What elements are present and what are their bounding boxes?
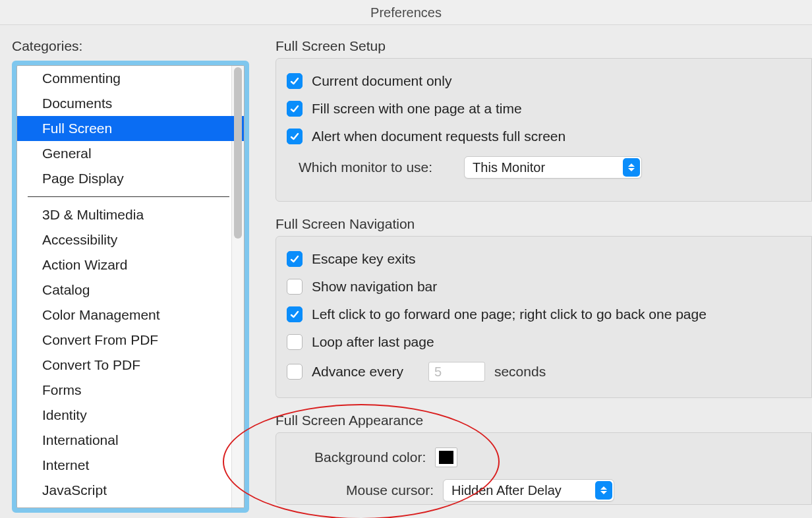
seconds-label: seconds bbox=[494, 364, 546, 380]
section-title-setup: Full Screen Setup bbox=[276, 38, 812, 54]
category-item[interactable]: Catalog bbox=[17, 277, 244, 302]
category-listbox-wrap: Commenting Documents Full Screen General… bbox=[12, 61, 249, 513]
category-item[interactable]: General bbox=[17, 141, 244, 166]
mouse-cursor-select[interactable]: Hidden After Delay bbox=[443, 479, 614, 502]
monitor-select[interactable]: This Monitor bbox=[464, 156, 642, 179]
checkbox-label: Left click to go forward one page; right… bbox=[312, 306, 707, 322]
checkbox-escape-exits[interactable] bbox=[287, 251, 303, 267]
scrollbar-thumb[interactable] bbox=[234, 67, 242, 239]
category-item-selected[interactable]: Full Screen bbox=[17, 116, 244, 141]
up-down-arrows-icon bbox=[623, 158, 640, 177]
category-item[interactable]: Commenting bbox=[17, 66, 244, 91]
category-item[interactable]: Identity bbox=[17, 403, 244, 428]
checkbox-fill-screen[interactable] bbox=[287, 101, 303, 117]
select-value: Hidden After Delay bbox=[451, 483, 562, 498]
monitor-label: Which monitor to use: bbox=[299, 159, 432, 175]
category-item[interactable]: International bbox=[17, 428, 244, 453]
category-item[interactable]: Internet bbox=[17, 453, 244, 478]
checkbox-label: Fill screen with one page at a time bbox=[312, 101, 522, 117]
category-item[interactable]: Accessibility bbox=[17, 227, 244, 252]
category-item[interactable]: Convert From PDF bbox=[17, 328, 244, 353]
checkbox-label: Loop after last page bbox=[312, 334, 434, 350]
category-item[interactable]: Page Display bbox=[17, 166, 244, 191]
checkbox-label: Escape key exits bbox=[312, 251, 416, 267]
checkbox-label: Current document only bbox=[312, 73, 451, 89]
navigation-panel: Escape key exits Show navigation bar Lef… bbox=[276, 236, 812, 398]
swatch-color bbox=[439, 451, 453, 464]
checkbox-current-document-only[interactable] bbox=[287, 73, 303, 89]
checkbox-advance-every[interactable] bbox=[287, 364, 303, 380]
category-item[interactable]: 3D & Multimedia bbox=[17, 202, 244, 227]
background-color-swatch[interactable] bbox=[435, 447, 457, 467]
checkbox-alert-full-screen[interactable] bbox=[287, 129, 303, 144]
checkbox-label: Show navigation bar bbox=[312, 279, 437, 295]
select-value: This Monitor bbox=[473, 160, 545, 175]
background-color-label: Background color: bbox=[314, 449, 426, 465]
setup-panel: Current document only Fill screen with o… bbox=[276, 58, 812, 202]
advance-seconds-input[interactable]: 5 bbox=[428, 362, 485, 382]
category-item[interactable]: Convert To PDF bbox=[17, 353, 244, 378]
category-divider bbox=[28, 196, 229, 197]
category-item[interactable]: Color Management bbox=[17, 302, 244, 328]
window-title: Preferences bbox=[0, 0, 812, 25]
checkbox-show-nav-bar[interactable] bbox=[287, 279, 303, 295]
checkbox-label: Advance every bbox=[312, 364, 403, 380]
category-item[interactable]: Forms bbox=[17, 378, 244, 403]
appearance-panel: Background color: Mouse cursor: Hidden A… bbox=[276, 432, 812, 505]
category-item[interactable]: JavaScript bbox=[17, 478, 244, 503]
categories-label: Categories: bbox=[12, 38, 249, 54]
category-item[interactable]: Action Wizard bbox=[17, 252, 244, 277]
section-title-appearance: Full Screen Appearance bbox=[276, 413, 812, 428]
category-item[interactable]: Documents bbox=[17, 91, 244, 116]
category-listbox[interactable]: Commenting Documents Full Screen General… bbox=[16, 65, 245, 508]
up-down-arrows-icon bbox=[595, 481, 612, 500]
checkbox-loop[interactable] bbox=[287, 334, 303, 350]
mouse-cursor-label: Mouse cursor: bbox=[346, 482, 434, 498]
checkbox-click-paging[interactable] bbox=[287, 306, 303, 322]
section-title-navigation: Full Screen Navigation bbox=[276, 216, 812, 232]
checkbox-label: Alert when document requests full screen bbox=[312, 129, 566, 144]
